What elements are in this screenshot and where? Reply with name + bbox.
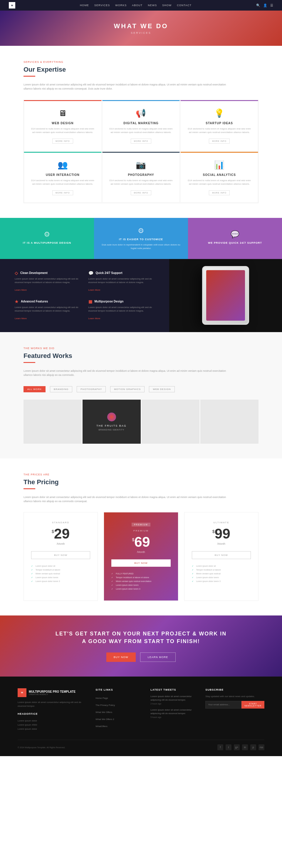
subscribe-button[interactable]: START NEWSLETTER — [242, 701, 264, 709]
pricing-feature: Tempor incididunt ut labore — [31, 569, 90, 571]
hero-section: WHAT WE DO SERVICES — [0, 10, 282, 46]
filter-btn-photography[interactable]: PHOTOGRAPHY — [77, 386, 106, 392]
footer-brand-info: MULTIPURPOSE PRO TEMPLATE CREATIVE AGENC… — [29, 690, 75, 695]
card-more-btn-3[interactable]: MORE INFO — [52, 190, 73, 195]
social-icon-p[interactable]: p — [250, 744, 256, 750]
user-icon[interactable]: 👤 — [263, 3, 267, 7]
dark-feat-link-3[interactable]: Learn More — [88, 317, 100, 320]
pricing-number: 69 — [134, 535, 150, 549]
card-more-btn-2[interactable]: MORE INFO — [209, 138, 230, 144]
feat-title-1: IT IS EASIER TO CUSTOMIZE — [119, 238, 163, 241]
tweet-date-1: 5 hours ago — [150, 716, 196, 718]
card-icon-0: 🖥 — [30, 108, 95, 118]
pricing-card-ultimate: ULTIMATE $ 99 /Month BUY NOW Lorem ipsum… — [184, 512, 258, 601]
nav-link-services[interactable]: SERVICES — [94, 4, 110, 7]
footer-link[interactable]: Home Page — [95, 697, 108, 700]
pricing-period: /Month — [31, 542, 90, 545]
card-icon-5: 📊 — [187, 160, 252, 170]
pricing-feature: Lorem ipsum dolor lorem — [111, 584, 170, 586]
pricing-period: /Month — [111, 551, 170, 554]
pricing-plan-name: PREMIUM — [111, 529, 170, 532]
work-title: THE FRUITS BAG — [96, 424, 127, 427]
footer-links-list: Home PageThe Privacy PolicyWhat We Offer… — [95, 695, 142, 728]
works-section: The Works We Did Featured Works Lorem ip… — [0, 332, 282, 458]
nav-logo[interactable]: M — [9, 2, 15, 8]
card-more-btn-5[interactable]: MORE INFO — [209, 190, 230, 195]
social-icon-f[interactable]: f — [217, 744, 223, 750]
work-item-featured[interactable]: THE FRUITS BAG BRANDING IDENTITY — [83, 400, 141, 444]
card-title-2: STARTUP IDEAS — [187, 122, 252, 125]
nav-icons: 🔍 👤 ☰ — [256, 3, 273, 7]
filter-btn-branding[interactable]: BRANDING — [50, 386, 72, 392]
expertise-section: Services & Everything Our Expertise Lore… — [0, 46, 282, 218]
expertise-tag: Services & Everything — [24, 61, 258, 63]
works-underline — [24, 362, 35, 363]
filter-btn-web-design[interactable]: WEB DESIGN — [149, 386, 175, 392]
social-icon-g+[interactable]: g+ — [234, 744, 240, 750]
pricing-feature: Minim veniam quis nostrud — [31, 572, 90, 575]
filter-btn-motion-graphics[interactable]: MOTION GRAPHICS — [110, 386, 145, 392]
feat-icon-2: 💬 — [230, 230, 240, 239]
pricing-feature: Lorem ipsum dolor lorem 3 — [111, 588, 170, 590]
dark-feat-title-2: ★ Advanced Features — [15, 299, 81, 304]
card-more-btn-4[interactable]: MORE INFO — [131, 190, 152, 195]
pricing-buy-btn[interactable]: BUY NOW — [111, 559, 170, 567]
footer-logo-icon: M — [21, 691, 23, 694]
tweet-text-1: Lorem ipsum dolor sit amet consectetur a… — [150, 708, 196, 715]
search-icon[interactable]: 🔍 — [256, 3, 260, 7]
footer-col-links: SITE LINKS Home PageThe Privacy PolicyWh… — [95, 688, 142, 731]
expertise-card-2: 💡 STARTUP IDEAS D14 sectored to nulla lo… — [180, 100, 258, 151]
pricing-feature: Tempor incididunt ut labore et dolore — [111, 577, 170, 579]
pricing-desc: Lorem ipsum dolor sit amet consectetur a… — [24, 495, 229, 504]
nav-link-news[interactable]: NEWS — [148, 4, 157, 7]
pricing-buy-btn[interactable]: BUY NOW — [192, 551, 251, 559]
dark-feat-icon-3: ▦ — [88, 299, 92, 304]
tweets-title: LATEST TWEETS — [150, 688, 196, 691]
dark-feat-link-0[interactable]: Learn More — [15, 289, 27, 291]
nav-link-about[interactable]: ABOUT — [132, 4, 143, 7]
footer-link[interactable]: What We Offers 2 — [95, 718, 114, 721]
footer-address: Lorem ipsum dolor Lorem ipsum 4500 Lorem… — [18, 719, 87, 731]
features-strip: ⚙ IT IS A MULTIPURPOSE DESIGN ⚙ IT IS EA… — [0, 218, 282, 259]
tweet-item-0: Lorem ipsum dolor sit amet consectetur a… — [150, 695, 196, 705]
menu-icon[interactable]: ☰ — [270, 3, 273, 7]
dark-feat-desc-3: Lorem ipsum dolor sit amet consectetur a… — [88, 306, 155, 313]
pricing-currency: $ — [52, 529, 54, 534]
pricing-number: 29 — [54, 527, 70, 541]
pricing-plan-name: ULTIMATE — [192, 521, 251, 524]
card-more-btn-0[interactable]: MORE INFO — [52, 138, 73, 144]
card-more-btn-1[interactable]: MORE INFO — [131, 138, 152, 144]
social-icon-t[interactable]: t — [226, 744, 231, 750]
tweet-text-0: Lorem ipsum dolor sit amet consectetur a… — [150, 695, 196, 702]
card-desc-4: D14 sectored to nulla lorem et magna ali… — [108, 179, 174, 186]
pricing-period: /Month — [192, 542, 251, 545]
subscribe-input[interactable] — [205, 701, 242, 709]
dark-feat-link-2[interactable]: Learn More — [15, 317, 27, 320]
dark-features: ◇ Clean Development Lorem ipsum dolor si… — [0, 259, 169, 332]
pricing-buy-btn[interactable]: BUY NOW — [31, 551, 90, 559]
card-title-1: DIGITAL MARKETING — [108, 122, 174, 125]
footer-link[interactable]: WhatOffers — [95, 725, 107, 727]
cta-learn-button[interactable]: LEARN MORE — [140, 652, 176, 662]
nav-link-home[interactable]: HOME — [80, 4, 89, 7]
card-icon-3: 👥 — [30, 160, 95, 170]
nav-link-contact[interactable]: CONTACT — [177, 4, 191, 7]
footer-link[interactable]: What We Offers — [95, 711, 112, 714]
footer-logo-area: M MULTIPURPOSE PRO TEMPLATE CREATIVE AGE… — [18, 688, 87, 697]
work-item-empty-0 — [24, 400, 82, 444]
footer-col-brand: M MULTIPURPOSE PRO TEMPLATE CREATIVE AGE… — [18, 688, 87, 731]
dark-image — [169, 259, 282, 332]
pricing-card-premium: PREMIUM PREMIUM $ 69 /Month BUY NOW FULL… — [104, 512, 178, 601]
footer-desc: Lorem ipsum dolor sit amet consectetur a… — [18, 701, 87, 708]
footer-link[interactable]: The Privacy Policy — [95, 704, 115, 707]
filter-btn-all-work[interactable]: ALL WORK — [24, 386, 45, 392]
cta-buy-button[interactable]: BUY NOW — [106, 652, 136, 662]
dark-feat-2: ★ Advanced Features Lorem ipsum dolor si… — [15, 299, 81, 320]
social-icon-in[interactable]: in — [242, 744, 248, 750]
nav-link-show[interactable]: SHOW — [162, 4, 171, 7]
nav-link-works[interactable]: WORKS — [115, 4, 127, 7]
pricing-amount: $ 69 — [111, 535, 170, 549]
social-icon-rss[interactable]: rss — [258, 744, 264, 750]
subscribe-title: SUBSCRIBE — [205, 688, 264, 691]
dark-feat-link-1[interactable]: Learn More — [88, 289, 100, 291]
